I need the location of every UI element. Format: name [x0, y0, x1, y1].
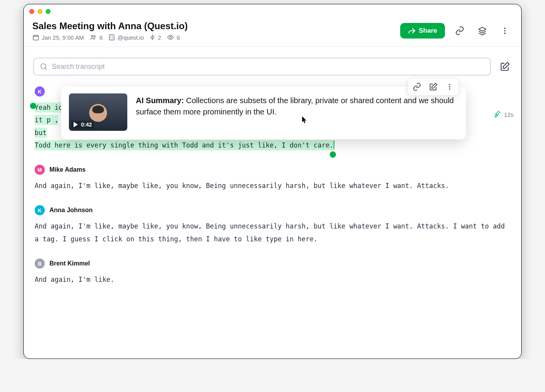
- svg-point-6: [504, 30, 506, 32]
- avatar: B: [35, 258, 45, 269]
- bolt-count: 2: [158, 34, 161, 41]
- domain-chip[interactable]: @quest.io: [108, 34, 144, 41]
- edit-square-icon: [429, 83, 438, 91]
- svg-rect-0: [33, 35, 39, 40]
- speaker-name: Mike Adams: [49, 166, 86, 173]
- calendar-icon: [32, 34, 39, 41]
- svg-rect-3: [109, 35, 114, 40]
- svg-point-7: [504, 33, 506, 34]
- transcript: 12s K Yeah i: [33, 86, 512, 286]
- search-transcript-field[interactable]: [33, 58, 491, 76]
- people-icon: [89, 34, 97, 41]
- share-arrow-icon: [408, 27, 416, 35]
- share-label: Share: [419, 27, 437, 35]
- minimize-window-button[interactable]: [37, 9, 42, 14]
- svg-point-10: [449, 86, 450, 87]
- domain-text: @quest.io: [118, 34, 144, 41]
- maximize-window-button[interactable]: [46, 9, 51, 14]
- edit-square-icon: [500, 62, 510, 72]
- link-icon: [413, 83, 421, 91]
- page-title: Sales Meeting with Anna (Quest.io): [32, 21, 400, 32]
- meta-row: Jan 25, 9:00 AM 6 @quest.io 2 6: [32, 34, 400, 41]
- more-vertical-icon: [446, 83, 454, 91]
- cursor-icon: [302, 116, 307, 124]
- app-window: Sales Meeting with Anna (Quest.io) Jan 2…: [23, 4, 522, 359]
- transcript-entry: K Anna Johnson And again, I'm like, mayb…: [33, 205, 512, 245]
- svg-point-5: [504, 28, 506, 29]
- transcript-entry: M Mike Adams And again, I'm like, maybe …: [33, 165, 512, 192]
- eye-icon: [167, 34, 174, 41]
- hl-line: Yeah id: [35, 102, 63, 113]
- actions-count-chip[interactable]: 2: [149, 34, 161, 41]
- clip-time: 0:42: [81, 121, 92, 128]
- transcript-entry: K Yeah id it p: [33, 86, 512, 151]
- svg-point-8: [41, 64, 46, 69]
- meeting-date-text: Jan 25, 9:00 AM: [42, 34, 84, 41]
- popover-actions: [408, 78, 459, 96]
- more-vertical-icon: [501, 26, 509, 35]
- popover-edit-button[interactable]: [426, 80, 441, 94]
- meeting-date[interactable]: Jan 25, 9:00 AM: [32, 34, 84, 41]
- close-window-button[interactable]: [29, 9, 34, 14]
- copy-link-button[interactable]: [452, 23, 468, 39]
- transcript-entry: B Brent Kimmel And again, I'm like.: [33, 258, 512, 286]
- hl-line: Todd here is every single thing with Tod…: [35, 140, 334, 150]
- hl-line: but: [35, 128, 47, 138]
- selection-end-handle[interactable]: [330, 151, 336, 158]
- ai-summary-body: Collections are subsets of the library, …: [136, 96, 454, 116]
- avatar: K: [35, 86, 45, 97]
- svg-point-1: [91, 35, 93, 37]
- share-button[interactable]: Share: [400, 23, 445, 39]
- link-icon: [455, 26, 464, 35]
- org-icon: [108, 34, 115, 41]
- bolt-icon: [149, 34, 156, 41]
- layers-icon: [478, 26, 487, 35]
- views-count: 6: [177, 34, 180, 41]
- svg-point-9: [449, 84, 450, 85]
- page-body: 12s K Yeah i: [24, 47, 521, 286]
- avatar: M: [35, 165, 45, 175]
- svg-point-2: [94, 36, 95, 37]
- mac-titlebar: [24, 4, 521, 18]
- layers-button[interactable]: [475, 23, 490, 39]
- play-icon: [74, 122, 78, 127]
- popover-more-button[interactable]: [442, 80, 457, 94]
- avatar: K: [35, 205, 45, 215]
- hl-line: it p ,: [35, 115, 58, 125]
- popover-link-button[interactable]: [410, 80, 424, 94]
- search-input[interactable]: [52, 63, 485, 71]
- attendees-count: 6: [99, 34, 102, 41]
- clip-thumbnail[interactable]: 0:42: [69, 93, 127, 131]
- speaker-name: Anna Johnson: [49, 207, 93, 214]
- page-header: Sales Meeting with Anna (Quest.io) Jan 2…: [24, 18, 521, 47]
- speaker-name: Brent Kimmel: [49, 260, 90, 267]
- selection-caret: [334, 141, 334, 149]
- transcript-text[interactable]: And again, I'm like, maybe like, you kno…: [35, 220, 512, 245]
- ai-summary-popover: 0:42 AI Summary: Collections are subsets…: [61, 86, 466, 139]
- svg-point-11: [449, 88, 450, 90]
- more-menu-button[interactable]: [497, 23, 513, 39]
- transcript-text[interactable]: And again, I'm like.: [35, 273, 512, 286]
- search-icon: [39, 62, 48, 71]
- views-chip[interactable]: 6: [167, 34, 180, 41]
- selection-start-handle[interactable]: [30, 103, 36, 109]
- edit-transcript-button[interactable]: [498, 60, 512, 74]
- ai-summary-label: AI Summary:: [136, 96, 184, 105]
- ai-summary-text: AI Summary: Collections are subsets of t…: [136, 93, 457, 131]
- transcript-text[interactable]: And again, I'm like, maybe like, you kno…: [35, 179, 512, 192]
- svg-point-4: [170, 37, 172, 39]
- attendees-chip[interactable]: 6: [89, 34, 102, 41]
